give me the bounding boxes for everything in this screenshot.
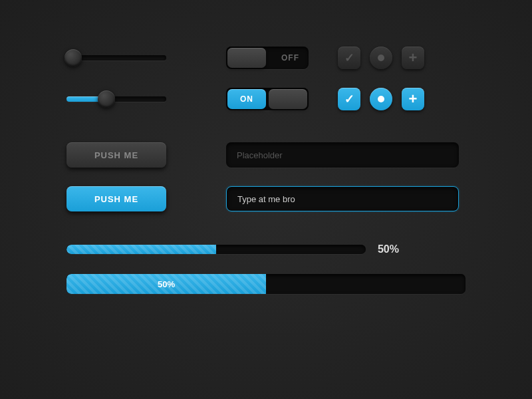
progress-fill: 50% [66, 274, 266, 294]
radio-selected[interactable] [370, 88, 392, 110]
toggle-knob[interactable] [227, 48, 266, 68]
slider-knob[interactable] [65, 49, 82, 66]
progress-bar-thin [66, 245, 366, 254]
text-input-focused[interactable] [226, 186, 459, 211]
push-me-button-blue[interactable]: PUSH ME [66, 186, 166, 211]
check-icon: ✓ [344, 51, 354, 65]
text-input[interactable] [226, 142, 459, 168]
add-button-active[interactable]: + [402, 88, 424, 110]
slider-active[interactable] [66, 96, 166, 102]
dot-icon [378, 96, 384, 102]
toggle-on-label: ON [227, 89, 266, 109]
push-me-button-dark[interactable]: PUSH ME [66, 142, 166, 168]
slider-knob[interactable] [98, 90, 115, 108]
checkbox-unchecked[interactable]: ✓ [338, 47, 360, 69]
progress-percent-label: 50% [378, 243, 399, 255]
plus-icon: + [409, 51, 418, 65]
toggle-knob[interactable] [269, 89, 307, 109]
add-button-inactive[interactable]: + [402, 47, 424, 69]
progress-fill [66, 245, 216, 254]
plus-icon: + [409, 92, 418, 106]
toggle-off[interactable]: OFF [226, 47, 309, 69]
toggle-on[interactable]: ON [226, 88, 309, 110]
dot-icon [378, 55, 384, 61]
slider-inactive[interactable] [66, 55, 166, 61]
progress-bar-thick: 50% [66, 274, 466, 294]
toggle-off-label: OFF [281, 53, 299, 63]
checkbox-checked[interactable]: ✓ [338, 88, 360, 110]
check-icon: ✓ [344, 92, 354, 106]
radio-unselected[interactable] [370, 47, 392, 69]
